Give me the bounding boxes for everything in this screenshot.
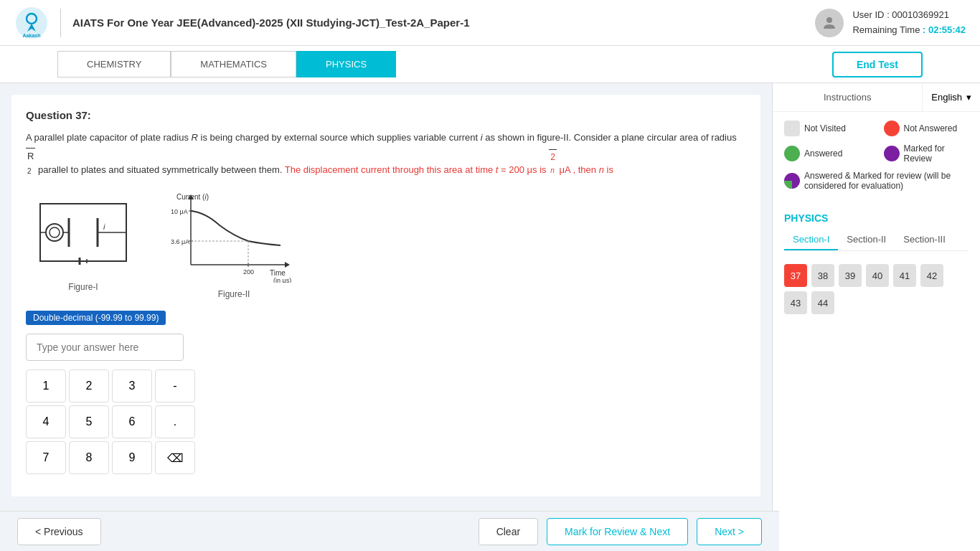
logo-area: Aakash (14, 6, 49, 40)
aakash-logo: Aakash (14, 6, 49, 40)
subject-tabs: CHEMISTRY MATHEMATICS PHYSICS End Test (0, 46, 980, 83)
question-number-43[interactable]: 43 (784, 291, 807, 314)
figure1-svg: i (26, 189, 141, 276)
right-sidebar: Instructions English ▾ Not Visited Not A… (772, 83, 980, 551)
svg-text:3.6 μA: 3.6 μA (171, 238, 189, 245)
question-panel: Question 37: A parallel plate capacitor … (0, 83, 772, 551)
bottom-nav: < Previous Clear Mark for Review & Next … (0, 511, 779, 551)
right-nav-buttons: Clear Mark for Review & Next Next > (479, 518, 762, 545)
user-info: User ID : 00010369921 Remaining Time : 0… (852, 8, 966, 38)
question-grid: 3738394041424344 (784, 258, 969, 320)
answer-type-badge: Double-decimal (-99.99 to 99.99) (26, 311, 166, 325)
numpad-key--[interactable]: - (155, 369, 195, 402)
answered-label: Answered (804, 149, 842, 159)
sidebar-header: Instructions English ▾ (773, 83, 980, 112)
language-selector[interactable]: English ▾ (922, 83, 980, 111)
numpad: 123-456.789⌫ (26, 369, 746, 474)
answered-marked-dot (784, 173, 800, 189)
question-number-38[interactable]: 38 (811, 264, 834, 287)
legend-marked: Marked for Review (884, 143, 969, 164)
svg-text:i: i (103, 222, 105, 231)
main-content: Question 37: A parallel plate capacitor … (0, 83, 980, 551)
legend-answered-marked: Answered & Marked for review (will be co… (784, 171, 969, 191)
not-visited-dot (784, 121, 800, 136)
question-box: Question 37: A parallel plate capacitor … (11, 95, 760, 496)
question-number-44[interactable]: 44 (811, 291, 834, 314)
svg-point-3 (826, 17, 832, 23)
numpad-key-2[interactable]: 2 (69, 369, 109, 402)
numpad-key-⌫[interactable]: ⌫ (155, 441, 195, 474)
svg-text:Aakash: Aakash (23, 33, 41, 38)
svg-text:200: 200 (243, 268, 254, 276)
legend-row-3: Answered & Marked for review (will be co… (784, 171, 969, 191)
chevron-down-icon: ▾ (966, 92, 971, 103)
question-number: Question 37: (26, 109, 746, 121)
numpad-key-4[interactable]: 4 (26, 405, 66, 438)
numpad-key-9[interactable]: 9 (112, 441, 152, 474)
section-tab-sectioni[interactable]: Section-I (784, 230, 838, 250)
avatar (815, 9, 844, 37)
user-id-value: : 00010369921 (887, 9, 949, 20)
header-right: User ID : 00010369921 Remaining Time : 0… (815, 8, 966, 38)
physics-title: PHYSICS (784, 212, 969, 224)
svg-marker-21 (285, 262, 290, 268)
legend-row-1: Not Visited Not Answered (784, 121, 969, 136)
svg-point-8 (50, 227, 60, 237)
section-tab-sectioniii[interactable]: Section-III (895, 230, 954, 250)
tabs-left: CHEMISTRY MATHEMATICS PHYSICS (57, 51, 396, 77)
clear-button[interactable]: Clear (479, 518, 538, 545)
numpad-key-6[interactable]: 6 (112, 405, 152, 438)
svg-text:Time: Time (270, 269, 286, 277)
mark-review-button[interactable]: Mark for Review & Next (547, 518, 688, 545)
question-number-40[interactable]: 40 (866, 264, 889, 287)
not-answered-label: Not Answered (904, 123, 958, 133)
header-title: AIATS For One Year JEE(Advanced)-2025 (X… (72, 17, 469, 29)
end-test-button[interactable]: End Test (832, 52, 923, 77)
tab-physics[interactable]: PHYSICS (296, 51, 396, 77)
legend-section: Not Visited Not Answered Answered Marked… (773, 112, 980, 207)
legend-not-visited: Not Visited (784, 121, 870, 136)
marked-dot (884, 146, 900, 161)
instructions-tab[interactable]: Instructions (773, 83, 922, 111)
svg-text:(in μs): (in μs) (273, 277, 291, 283)
tab-chemistry[interactable]: CHEMISTRY (57, 51, 171, 77)
figure1-caption: Figure-I (26, 282, 141, 292)
section-tab-sectionii[interactable]: Section-II (838, 230, 895, 250)
marked-label: Marked for Review (904, 143, 969, 164)
remaining-time-label: Remaining Time (852, 24, 920, 35)
next-button[interactable]: Next > (697, 518, 762, 545)
header-left: Aakash AIATS For One Year JEE(Advanced)-… (14, 6, 469, 40)
figure2-svg: Current (i) Time (in μs) 10 μA 3.6 μA (169, 189, 298, 283)
legend-row-2: Answered Marked for Review (784, 143, 969, 164)
numpad-key-3[interactable]: 3 (112, 369, 152, 402)
figures-row: i Figure-I (26, 189, 746, 299)
language-label: English (931, 92, 962, 103)
figure1-container: i Figure-I (26, 189, 141, 292)
svg-text:Current (i): Current (i) (176, 193, 209, 201)
answer-input-area (26, 334, 746, 367)
question-number-42[interactable]: 42 (920, 264, 943, 287)
numpad-key-8[interactable]: 8 (69, 441, 109, 474)
figure2-caption: Figure-II (169, 289, 298, 299)
question-number-39[interactable]: 39 (839, 264, 862, 287)
answer-input[interactable] (26, 334, 184, 361)
user-id-label: User ID (852, 9, 884, 20)
numpad-key-5[interactable]: 5 (69, 405, 109, 438)
section-tabs: Section-ISection-IISection-III (784, 230, 969, 251)
numpad-key-.[interactable]: . (155, 405, 195, 438)
legend-answered: Answered (784, 143, 870, 164)
legend-not-answered: Not Answered (884, 121, 969, 136)
numpad-key-7[interactable]: 7 (26, 441, 66, 474)
figure2-container: Current (i) Time (in μs) 10 μA 3.6 μA (169, 189, 298, 299)
question-number-41[interactable]: 41 (893, 264, 916, 287)
svg-point-7 (46, 224, 63, 241)
remaining-time-value: : 02:55:42 (923, 24, 966, 35)
question-number-37[interactable]: 37 (784, 264, 807, 287)
header: Aakash AIATS For One Year JEE(Advanced)-… (0, 0, 980, 46)
answered-dot (784, 146, 800, 161)
tab-mathematics[interactable]: MATHEMATICS (171, 51, 296, 77)
previous-button[interactable]: < Previous (17, 518, 101, 545)
numpad-key-1[interactable]: 1 (26, 369, 66, 402)
not-visited-label: Not Visited (804, 123, 846, 133)
physics-section: PHYSICS Section-ISection-IISection-III 3… (773, 207, 980, 320)
